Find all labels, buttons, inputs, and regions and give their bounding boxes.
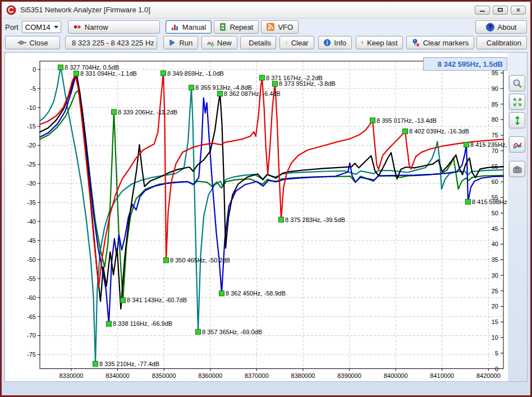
titlebar[interactable]: Si5351 Network Analyzer [Firmware 1.0] × — [2, 2, 530, 19]
repeat-button[interactable]: Repeat — [214, 20, 259, 34]
maximize-button[interactable] — [493, 6, 508, 15]
marker-label: 8 339 206Hz, -11.2dB — [118, 109, 177, 116]
marker-label: 8 415 598Hz — [472, 198, 507, 205]
calibration-button[interactable]: Calibration — [476, 36, 527, 49]
close-window-button[interactable]: × — [511, 6, 526, 15]
marker-square — [164, 258, 169, 263]
port-label: Port — [5, 23, 19, 31]
question-icon: ? — [486, 23, 494, 31]
svg-text:75: 75 — [492, 132, 498, 139]
marker-label: 8 375 283Hz, -39.5dB — [285, 216, 345, 223]
svg-text:25: 25 — [492, 288, 498, 294]
svg-text:35: 35 — [492, 256, 498, 263]
svg-text:-45: -45 — [27, 237, 36, 244]
info-button[interactable]: Info — [318, 36, 352, 49]
svg-text:8390000: 8390000 — [337, 372, 361, 379]
svg-text:-10: -10 — [27, 104, 36, 111]
camera-icon — [512, 164, 522, 174]
keep-last-button[interactable]: Keep last — [356, 36, 403, 49]
run-button[interactable]: Run — [163, 36, 198, 49]
details-button[interactable]: Details — [240, 36, 276, 49]
svg-text:90: 90 — [492, 85, 498, 92]
svg-text:8360000: 8360000 — [198, 372, 222, 379]
pin-delete-icon — [412, 39, 420, 47]
svg-text:8340000: 8340000 — [106, 372, 130, 379]
svg-text:-25: -25 — [27, 161, 36, 168]
marker-square — [260, 75, 265, 80]
fit-vertical-icon — [512, 116, 522, 126]
marker-label: 8 373 951Hz, -3.8dB — [279, 80, 336, 87]
broom-icon — [285, 39, 288, 47]
clear-markers-button[interactable]: Clear markers — [406, 36, 475, 49]
svg-text:-30: -30 — [27, 180, 36, 187]
svg-text:-20: -20 — [27, 142, 36, 149]
marker-square — [93, 361, 98, 366]
snapshot-button[interactable] — [509, 161, 525, 177]
svg-text:-60: -60 — [27, 294, 36, 301]
marker-square — [121, 298, 126, 303]
frequency-range-button[interactable]: 8 323 225 - 8 423 225 Hz — [65, 36, 157, 49]
svg-text:10: 10 — [492, 334, 498, 341]
svg-text:-55: -55 — [27, 275, 36, 282]
vfo-icon — [267, 23, 274, 31]
svg-text:-70: -70 — [27, 332, 36, 339]
chart-panel: 8330000834000083500008360000837000083800… — [4, 52, 528, 382]
repeat-icon — [219, 23, 226, 31]
marker-label: 8 357 365Hz, -69.0dB — [202, 329, 262, 335]
svg-text:40: 40 — [492, 241, 498, 247]
svg-text:70: 70 — [492, 147, 498, 154]
svg-text:15: 15 — [492, 318, 498, 325]
new-button[interactable]: New — [201, 36, 237, 49]
narrow-button[interactable]: Narrow — [68, 20, 160, 34]
svg-text:0: 0 — [33, 66, 36, 73]
svg-text:-65: -65 — [27, 313, 36, 320]
right-axis-labels: 95908580757065605550454035302520151050 — [492, 70, 503, 372]
clear-button[interactable]: Clear — [279, 36, 314, 49]
marker-square — [160, 71, 166, 76]
cursor-readout: 8 342 595Hz, 1.5dB — [423, 57, 507, 71]
zoom-tool-button[interactable] — [509, 75, 525, 91]
chart-tool-strip — [508, 53, 527, 381]
svg-text:-5: -5 — [30, 85, 36, 92]
new-chart-icon — [207, 39, 214, 47]
marker-square — [272, 81, 277, 86]
minimize-icon — [480, 11, 485, 12]
about-button[interactable]: ? About — [475, 20, 527, 34]
svg-text:8330000: 8330000 — [59, 372, 84, 379]
fit-both-icon — [512, 97, 522, 107]
marker-square — [278, 217, 283, 222]
close-button[interactable]: Close — [5, 36, 60, 49]
fit-both-button[interactable] — [509, 94, 525, 110]
marker-square — [74, 71, 79, 76]
gear-icon — [482, 39, 483, 47]
network-analyzer-chart[interactable]: 8330000834000083500008360000837000083800… — [5, 53, 508, 381]
magnifier-icon — [512, 79, 522, 89]
svg-text:80: 80 — [492, 116, 498, 123]
traces-button[interactable] — [509, 136, 525, 153]
fit-vertical-button[interactable] — [509, 112, 525, 128]
svg-text:8380000: 8380000 — [291, 372, 315, 379]
marker-label: 8 362 087Hz, -6.4dB — [224, 90, 281, 97]
svg-text:-40: -40 — [27, 218, 36, 225]
marker-square — [189, 85, 194, 90]
window-title: Si5351 Network Analyzer [Firmware 1.0] — [20, 6, 150, 14]
marker-label: 8 349 859Hz, -1.0dB — [167, 70, 224, 77]
marker-square — [106, 321, 111, 326]
marker-square — [219, 291, 224, 296]
svg-text:-75: -75 — [27, 351, 36, 358]
svg-text:8420000: 8420000 — [476, 372, 501, 379]
app-icon — [6, 5, 16, 15]
minimize-button[interactable] — [475, 6, 490, 15]
marker-label: 8 402 039Hz, -16.3dB — [409, 128, 469, 135]
markers: 8 327 704Hz, 0.5dB8 331 094Hz, -1.1dB8 3… — [58, 64, 507, 367]
marker-label: 8 338 116Hz, -66.9dB — [113, 320, 172, 327]
svg-text:85: 85 — [492, 101, 498, 108]
pin-icon — [361, 39, 364, 47]
manual-button[interactable]: Manual — [166, 20, 212, 34]
vfo-button[interactable]: VFO — [261, 20, 299, 34]
marker-square — [58, 65, 63, 70]
svg-text:8400000: 8400000 — [384, 372, 408, 379]
marker-label: 8 415 235Hz, — [470, 141, 507, 148]
port-select[interactable]: COM14 — [22, 21, 61, 33]
marker-label: 8 335 210Hz, -77.4dB — [99, 361, 159, 367]
